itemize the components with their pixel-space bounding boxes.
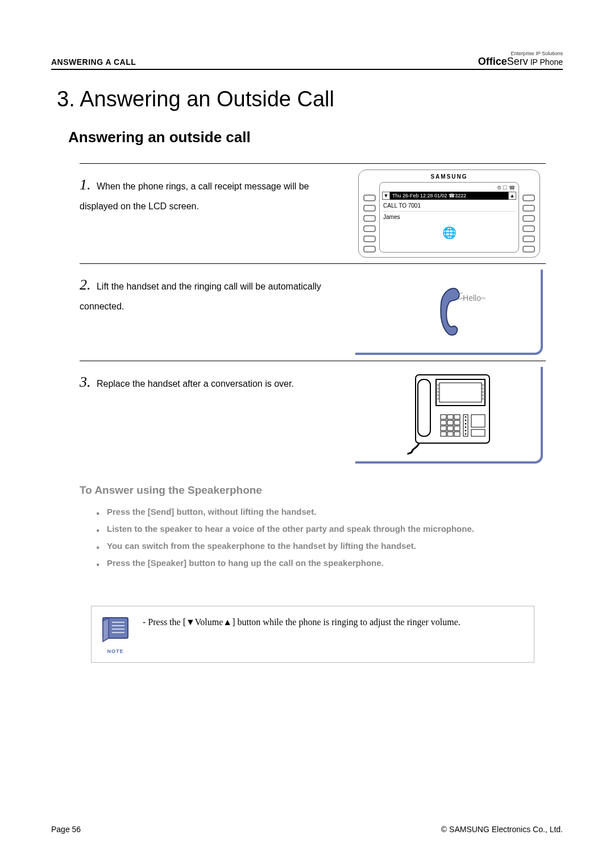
svg-rect-17 xyxy=(447,415,453,419)
svg-rect-12 xyxy=(482,387,484,390)
svg-rect-19 xyxy=(441,420,446,425)
steps-table: 1. When the phone rings, a call receipt … xyxy=(80,163,546,469)
softkey-icon xyxy=(522,225,535,232)
phone-lcd-mock: SAMSUNG ⚙ ☐ ☎ ▼ xyxy=(358,170,540,258)
lcd-status-icons: ⚙ ☐ ☎ xyxy=(382,185,516,191)
softkey-icon xyxy=(363,195,376,201)
svg-rect-27 xyxy=(454,432,460,436)
svg-rect-25 xyxy=(441,432,446,436)
svg-rect-6 xyxy=(437,384,439,386)
deskphone-icon xyxy=(400,369,496,454)
svg-rect-22 xyxy=(441,426,446,431)
svg-point-29 xyxy=(465,416,467,418)
svg-point-31 xyxy=(465,423,467,425)
softkey-icon xyxy=(363,205,376,212)
bullet-list: Press the [Send] button, without lifting… xyxy=(97,503,540,572)
step-number: 1. xyxy=(80,176,91,193)
svg-rect-35 xyxy=(471,415,485,427)
step-text: 3. Replace the handset after a conversat… xyxy=(80,367,352,396)
list-item: Press the [Send] button, without lifting… xyxy=(97,503,540,520)
step-row: 2. Lift the handset and the ringing call… xyxy=(80,264,546,361)
svg-rect-20 xyxy=(447,420,453,425)
svg-rect-23 xyxy=(447,426,453,431)
list-item: You can switch from the speakerphone to … xyxy=(97,538,540,555)
softkey-icon xyxy=(522,235,535,242)
svg-rect-13 xyxy=(482,391,484,393)
brand-block: Enterprise IP Solutions OfficeServ IP Ph… xyxy=(478,51,563,67)
svg-rect-36 xyxy=(471,429,485,436)
lcd-line: James xyxy=(382,211,516,222)
lcd-line: CALL TO 7001 xyxy=(382,200,516,211)
globe-icon: 🌐 xyxy=(382,222,516,241)
softkey-icon xyxy=(363,246,376,253)
phone-brand-label: SAMSUNG xyxy=(363,173,535,180)
down-arrow-icon: ▼ xyxy=(382,192,390,200)
svg-rect-26 xyxy=(447,432,453,436)
svg-rect-11 xyxy=(482,384,484,386)
svg-point-30 xyxy=(465,420,467,421)
page-footer: Page 56 © SAMSUNG Electronics Co., Ltd. xyxy=(51,825,563,834)
svg-rect-28 xyxy=(463,415,468,436)
svg-rect-3 xyxy=(418,379,430,436)
lcd-screen: ⚙ ☐ ☎ ▼ Thu 26-Feb 12:28 01/02 ☎3222 ▲ C… xyxy=(379,182,519,253)
step-illustration: SAMSUNG ⚙ ☐ ☎ ▼ xyxy=(352,170,546,258)
step-row: 1. When the phone rings, a call receipt … xyxy=(80,164,546,264)
svg-point-32 xyxy=(465,427,467,428)
handset-icon xyxy=(431,286,465,337)
section-label: ANSWERING A CALL xyxy=(51,57,136,67)
step-number: 3. xyxy=(80,374,91,390)
step-text: 1. When the phone rings, a call receipt … xyxy=(80,170,352,215)
note-label: NOTE xyxy=(99,648,131,654)
svg-rect-14 xyxy=(482,394,484,396)
svg-rect-8 xyxy=(437,391,439,393)
note-text: - Press the [▼Volume▲] button while the … xyxy=(143,614,460,629)
speech-label: Hello~ xyxy=(463,294,486,303)
svg-rect-10 xyxy=(437,398,439,400)
svg-point-34 xyxy=(465,433,467,435)
right-softkeys xyxy=(522,182,535,253)
step-number: 2. xyxy=(80,276,91,293)
up-arrow-icon: ▲ xyxy=(508,192,516,200)
svg-rect-24 xyxy=(454,426,460,431)
step-row: 3. Replace the handset after a conversat… xyxy=(80,361,546,469)
page-number: Page 56 xyxy=(51,825,81,834)
svg-rect-21 xyxy=(454,420,460,425)
softkey-icon xyxy=(363,215,376,222)
section-subtitle: Answering an outside call xyxy=(68,129,563,146)
softkey-icon xyxy=(522,215,535,222)
lcd-title-bar: Thu 26-Feb 12:28 01/02 ☎3222 xyxy=(390,192,508,200)
step-illustration: Hello~ xyxy=(352,270,546,355)
softkey-icon xyxy=(363,235,376,242)
brand-name: OfficeServ IP Phone xyxy=(478,56,563,67)
svg-rect-7 xyxy=(437,387,439,390)
copyright: © SAMSUNG Electronics Co., Ltd. xyxy=(441,825,563,834)
note-box: NOTE - Press the [▼Volume▲] button while… xyxy=(91,606,534,663)
page-title: 3. Answering an Outside Call xyxy=(57,87,563,111)
page-header: ANSWERING A CALL Enterprise IP Solutions… xyxy=(51,51,563,70)
step-body: Replace the handset after a conversation… xyxy=(97,379,294,388)
svg-rect-18 xyxy=(454,415,460,419)
softkey-icon xyxy=(522,246,535,253)
list-item: Listen to the speaker to hear a voice of… xyxy=(97,520,540,538)
svg-rect-16 xyxy=(441,415,446,419)
step-illustration xyxy=(352,367,546,464)
svg-rect-9 xyxy=(437,394,439,396)
svg-rect-15 xyxy=(482,398,484,400)
note-icon: NOTE xyxy=(99,614,131,654)
step-body: Lift the handset and the ringing call wi… xyxy=(80,282,321,311)
softkey-icon xyxy=(522,195,535,201)
left-softkeys xyxy=(363,182,376,253)
step-body: When the phone rings, a call receipt mes… xyxy=(80,181,309,211)
softkey-icon xyxy=(522,205,535,212)
list-item: Press the [Speaker] button to hang up th… xyxy=(97,555,540,572)
svg-rect-5 xyxy=(439,383,482,402)
softkey-icon xyxy=(363,225,376,232)
speakerphone-heading: To Answer using the Speakerphone xyxy=(80,484,563,497)
step-text: 2. Lift the handset and the ringing call… xyxy=(80,270,352,315)
svg-point-33 xyxy=(465,430,467,432)
